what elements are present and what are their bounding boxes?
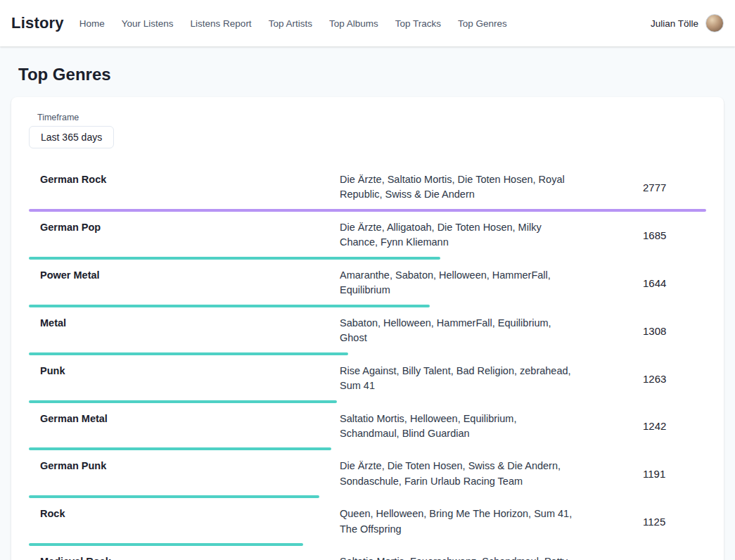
genre-artists: Die Ärzte, Saltatio Mortis, Die Toten Ho… — [340, 172, 575, 203]
genre-count: 1308 — [643, 325, 706, 337]
genre-count: 1191 — [643, 468, 706, 480]
genre-artists: Sabaton, Helloween, HammerFall, Equilibr… — [340, 316, 575, 346]
genre-row: German Punk Die Ärzte, Die Toten Hosen, … — [29, 450, 706, 498]
genre-artists: Die Ärzte, Die Toten Hosen, Swiss & Die … — [340, 459, 575, 489]
genre-name: Metal — [29, 316, 328, 329]
genre-name: German Punk — [29, 459, 328, 471]
genre-count: 1263 — [643, 373, 706, 385]
timeframe-select[interactable]: Last 365 days — [29, 126, 114, 148]
user-avatar[interactable] — [705, 14, 724, 32]
genre-name: Rock — [29, 507, 328, 519]
nav-item-top-tracks[interactable]: Top Tracks — [395, 18, 441, 29]
timeframe-label: Timeframe — [29, 113, 706, 122]
nav-user-area: Julian Tölle — [651, 14, 724, 32]
nav-item-top-genres[interactable]: Top Genres — [458, 18, 507, 29]
genre-count: 1242 — [643, 420, 706, 432]
top-genres-card: Timeframe Last 365 days German Rock Die … — [11, 97, 724, 560]
genre-count: 1644 — [643, 277, 706, 289]
genre-artists: Rise Against, Billy Talent, Bad Religion… — [340, 364, 575, 394]
genre-artists: Amaranthe, Sabaton, Helloween, HammerFal… — [340, 268, 575, 298]
page-title: Top Genres — [0, 65, 735, 84]
genre-count: 1685 — [643, 229, 706, 241]
genre-list: German Rock Die Ärzte, Saltatio Mortis, … — [29, 164, 706, 560]
nav-item-top-albums[interactable]: Top Albums — [329, 18, 378, 29]
genre-artists: Saltatio Mortis, Helloween, Equilibrium,… — [340, 412, 575, 442]
nav-item-your-listens[interactable]: Your Listens — [122, 18, 174, 29]
nav-links: Home Your Listens Listens Report Top Art… — [79, 18, 507, 29]
genre-row: Rock Queen, Helloween, Bring Me The Hori… — [29, 498, 706, 546]
genre-count: 2777 — [643, 182, 706, 193]
genre-name: German Rock — [29, 172, 328, 185]
nav-item-top-artists[interactable]: Top Artists — [269, 18, 312, 29]
genre-row: German Rock Die Ärzte, Saltatio Mortis, … — [29, 164, 706, 212]
genre-row: Metal Sabaton, Helloween, HammerFall, Eq… — [29, 307, 706, 355]
nav-item-listens-report[interactable]: Listens Report — [191, 18, 252, 29]
genre-name: Medieval Rock — [29, 554, 328, 560]
genre-name: Power Metal — [29, 268, 328, 281]
genre-count: 1125 — [643, 516, 706, 528]
app-logo[interactable]: Listory — [11, 14, 64, 32]
genre-row: German Pop Die Ärzte, Alligatoah, Die To… — [29, 212, 706, 260]
top-navigation: Listory Home Your Listens Listens Report… — [0, 0, 735, 46]
genre-artists: Die Ärzte, Alligatoah, Die Toten Hosen, … — [340, 220, 575, 250]
genre-row: Punk Rise Against, Billy Talent, Bad Rel… — [29, 355, 706, 403]
genre-name: German Metal — [29, 412, 328, 424]
nav-item-home[interactable]: Home — [79, 18, 105, 29]
genre-row: Medieval Rock Saltatio Mortis, Feuerschw… — [29, 546, 706, 560]
genre-row: German Metal Saltatio Mortis, Helloween,… — [29, 403, 706, 451]
genre-name: German Pop — [29, 220, 328, 233]
genre-artists: Queen, Helloween, Bring Me The Horizon, … — [340, 507, 575, 537]
genre-name: Punk — [29, 364, 328, 376]
genre-artists: Saltatio Mortis, Feuerschwanz, Schandmau… — [340, 554, 575, 560]
genre-row: Power Metal Amaranthe, Sabaton, Hellowee… — [29, 260, 706, 307]
user-name[interactable]: Julian Tölle — [651, 18, 698, 29]
